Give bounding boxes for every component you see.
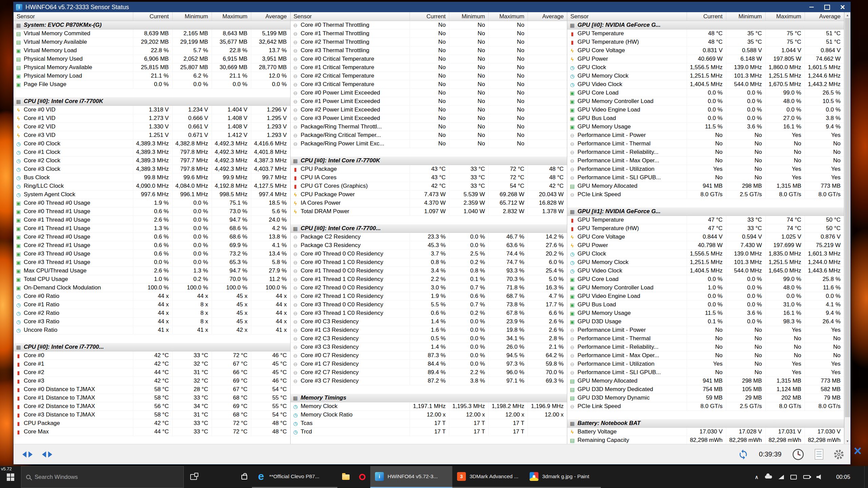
sensor-row[interactable]: ⊖Performance Limit - PowerNoNoYesYes: [567, 326, 844, 334]
column-header-average[interactable]: Average: [528, 12, 567, 21]
sensor-row[interactable]: ⊖Core #3 Thread 0 C0 Residency5.5 %0.7 %…: [291, 301, 567, 309]
sensor-row[interactable]: ▣GPU Memory Controller Load1.0 %0.0 %48.…: [567, 284, 844, 292]
sensor-row[interactable]: ⊖Performance Limit - ThermalNoNoNoNo: [567, 334, 844, 343]
sensor-row[interactable]: ⊖Performance Limit - Max Oper...NoNoNoNo: [567, 351, 844, 360]
sensor-row[interactable]: ▮CPU GT Cores (Graphics)42 °C33 °C54 °C4…: [291, 182, 567, 190]
sensor-row[interactable]: ϟGPU Core Voltage0.844 V0.594 V1.025 V0.…: [567, 233, 844, 241]
desktop-blue-x-icon[interactable]: [854, 443, 862, 459]
sensor-row[interactable]: ▮Core Max44 °C33 °C72 °C48 °C: [14, 428, 290, 436]
column-header-current[interactable]: Current: [133, 12, 172, 21]
scroll-down-icon[interactable]: [845, 438, 850, 444]
sensor-row[interactable]: ▣GPU D3D Usage0.1 %0.0 %98.3 %26.4 %: [567, 318, 844, 326]
sensor-row[interactable]: ◷Core #3 Ratio44 x8 x45 x44 x: [14, 318, 290, 326]
sensor-row[interactable]: ⊖Core #0 Power Limit ExceededNoNoNo: [291, 89, 567, 97]
sensor-row[interactable]: ▮Core #142 °C32 °C67 °C45 °C: [14, 360, 290, 368]
column-header-maximum[interactable]: Maximum: [488, 12, 528, 21]
sensor-row[interactable]: ▣Core #0 Thread #0 Usage1.9 %0.0 %75.1 %…: [14, 199, 290, 207]
sensor-row[interactable]: ◷GPU Memory Clock1,251.5 MHz101.3 MHz1,2…: [567, 72, 844, 80]
sensor-row[interactable]: ▤Remaining Capacity82,298 mWh82,298 mWh8…: [567, 436, 844, 444]
task-view-button[interactable]: [184, 466, 203, 488]
sensor-row[interactable]: ⊖Core #3 Critical TemperatureNoNoNo: [291, 80, 567, 89]
sensor-row[interactable]: ⊖Core #1 Power Limit ExceededNoNoNo: [291, 97, 567, 106]
maximize-button[interactable]: [819, 2, 835, 12]
sensor-row[interactable]: ⊖Core #0 Thread 1 C0 Residency0.8 %0.2 %…: [291, 258, 567, 267]
sensor-row[interactable]: ⊖Package C2 Residency23.3 %0.0 %46.7 %14…: [291, 233, 567, 241]
taskbar-clock[interactable]: 00:05: [829, 474, 858, 480]
sensor-row[interactable]: ⊖Performance Limit - SLI GPUB...NoNoYesY…: [567, 368, 844, 377]
sensor-row[interactable]: ▮GPU Temperature48 °C35 °C75 °C51 °C: [567, 29, 844, 38]
sensor-row[interactable]: ▣GPU Video Engine Load0.0 %0.0 %0.0 %0.0…: [567, 292, 844, 301]
section-header-row[interactable]: ▦GPU [#1]: NVIDIA GeForce G...: [567, 207, 844, 216]
volume-icon[interactable]: [816, 474, 822, 480]
sensor-row[interactable]: ▮Core #3 Distance to TJMAX58 °C31 °C68 °…: [14, 411, 290, 419]
sensor-row[interactable]: ⊖Core #3 Thermal ThrottlingNoNoNo: [291, 46, 567, 55]
onedrive-cloud-icon[interactable]: [765, 475, 772, 479]
sensor-row[interactable]: ◷Bus Clock99.8 MHz99.6 MHz99.9 MHz99.7 M…: [14, 174, 290, 182]
sensor-row[interactable]: ▣Core #3 Thread #0 Usage0.6 %0.0 %73.2 %…: [14, 250, 290, 258]
sensor-row[interactable]: ϟCPU Package Power7.473 W5.539 W69.268 W…: [291, 190, 567, 199]
move-column-left-button[interactable]: [18, 447, 37, 462]
title-bar[interactable]: HWiNFO64 v5.72-3333 Sensor Status: [14, 2, 850, 12]
sensor-row[interactable]: ▮Core #342 °C32 °C69 °C46 °C: [14, 377, 290, 385]
sensor-row[interactable]: ◷Trcd17 T17 T17 T: [291, 428, 567, 436]
taskbar-app-hwinfo[interactable]: iHWiNFO64 v5.72-3...: [370, 466, 452, 488]
sensor-row[interactable]: ◷GPU Clock1,556.5 MHz139.0 MHz1,835.0 MH…: [567, 250, 844, 258]
sensor-row[interactable]: ▮GPU Temperature (HW)48 °C35 °C75 °C51 °…: [567, 38, 844, 46]
sensor-row[interactable]: ⊖Package C3 Residency45.3 %0.0 %63.6 %27…: [291, 241, 567, 250]
sensor-row[interactable]: ▣On-Demand Clock Modulation100.0 %100.0 …: [14, 284, 290, 292]
section-header-row[interactable]: ▦GPU [#0]: NVIDIA GeForce G...: [567, 21, 844, 29]
sensor-row[interactable]: ▮GPU Temperature47 °C33 °C74 °C50 °C: [567, 216, 844, 224]
sensor-row[interactable]: ▣Core #3 Thread #1 Usage0.0 %0.0 %65.3 %…: [14, 258, 290, 267]
sensor-row[interactable]: ▣Total CPU Usage1.0 %0.2 %70.0 %11.2 %: [14, 275, 290, 284]
sensor-row[interactable]: ϟCore #2 VID1.330 V0.661 V1.408 V1.293 V: [14, 123, 290, 131]
sensor-row[interactable]: ⊖Core #2 Thermal ThrottlingNoNoNo: [291, 38, 567, 46]
taskbar-app-edge[interactable]: e**Official Clevo P87...: [252, 466, 337, 488]
column-header-maximum[interactable]: Maximum: [212, 12, 251, 21]
sensor-row[interactable]: ◷Memory Clock1,197.1 MHz1,195.3 MHz1,198…: [291, 402, 567, 411]
taskbar-search[interactable]: [21, 466, 184, 488]
sensor-row[interactable]: ⊖Core #1 Critical TemperatureNoNoNo: [291, 63, 567, 72]
sensor-row[interactable]: ⊖Core #2 Thread 1 C0 Residency1.9 %0.6 %…: [291, 292, 567, 301]
sensor-row[interactable]: ⊖Core #1 Thermal ThrottlingNoNoNo: [291, 29, 567, 38]
sensor-row[interactable]: ▤Physical Memory Available25,815 MB25,80…: [14, 63, 290, 72]
sensor-row[interactable]: ⊖Core #0 Thermal ThrottlingNoNoNo: [291, 21, 567, 29]
tray-app-icon[interactable]: [790, 475, 797, 480]
minimize-button[interactable]: [804, 2, 819, 12]
taskbar-app-opera[interactable]: [354, 466, 370, 488]
sensor-row[interactable]: ⊖Core #0 C3 Residency1.4 %0.0 %23.9 %2.6…: [291, 318, 567, 326]
sensor-row[interactable]: ▮Core #042 °C33 °C72 °C46 °C: [14, 351, 290, 360]
taskbar-app-folder[interactable]: [337, 466, 354, 488]
sensor-row[interactable]: ⊖Core #2 Critical TemperatureNoNoNo: [291, 72, 567, 80]
close-button[interactable]: [835, 2, 850, 12]
sensor-row[interactable]: ◷System Agent Clock997.6 MHz996.1 MHz998…: [14, 190, 290, 199]
sensor-row[interactable]: ⊖Performance Limit - ThermalNoNoNoNo: [567, 140, 844, 148]
sensor-row[interactable]: ⊖Package/Ring Power Limit Exc...NoNoNo: [291, 140, 567, 148]
sensor-row[interactable]: ⊖Performance Limit - Reliability...NoNoN…: [567, 148, 844, 157]
sensor-row[interactable]: ⊖Core #1 Thread 0 C0 Residency3.4 %0.8 %…: [291, 267, 567, 275]
section-header-row[interactable]: ▦CPU [#0]: Intel Core i7-7700K: [291, 157, 567, 165]
sensor-row[interactable]: ◷Core #1 Ratio44 x8 x45 x44 x: [14, 301, 290, 309]
sensor-row[interactable]: ⊖Performance Limit - SLI GPUB...NoNoYesY…: [567, 174, 844, 182]
sensor-row[interactable]: ◷Tcas17 T17 T17 T: [291, 419, 567, 428]
sensor-row[interactable]: ▮CPU IA Cores43 °C33 °C72 °C48 °C: [291, 174, 567, 182]
sensor-row[interactable]: ⊖Core #1 Thread 1 C0 Residency2.2 %0.1 %…: [291, 275, 567, 284]
taskbar-app-3dmark[interactable]: 33DMark Advanced ...: [452, 466, 525, 488]
sensor-row[interactable]: ⊖Core #2 Thread 0 C0 Residency3.0 %0.7 %…: [291, 284, 567, 292]
sensor-row[interactable]: ▤Physical Memory Used6,906 MB2,052 MB6,9…: [14, 55, 290, 63]
column-header-average[interactable]: Average: [251, 12, 290, 21]
column-header-sensor[interactable]: Sensor: [567, 12, 687, 21]
column-header-minimum[interactable]: Minimum: [449, 12, 488, 21]
clock-icon[interactable]: [792, 448, 805, 461]
sensor-row[interactable]: ▣Max CPU/Thread Usage2.6 %1.3 %94.7 %27.…: [14, 267, 290, 275]
sensor-row[interactable]: ▮Core #2 Distance to TJMAX56 °C34 °C69 °…: [14, 402, 290, 411]
taskbar-app-store[interactable]: [237, 466, 252, 488]
sensor-row[interactable]: ⊖Core #3 Power Limit ExceededNoNoNo: [291, 114, 567, 123]
sensor-row[interactable]: ▤GPU Memory Allocated941 MB298 MB1,315 M…: [567, 182, 844, 190]
sensor-row[interactable]: ◷GPU Video Clock1,404.5 MHz544.0 MHz1,67…: [567, 80, 844, 89]
section-header-row[interactable]: ▦CPU [#0]: Intel Core i7-7700...: [291, 224, 567, 233]
sensor-row[interactable]: ▣Page File Usage0.0 %0.0 %0.0 %0.0 %: [14, 80, 290, 89]
sensor-row[interactable]: ϟGPU Power40.669 W6.148 W197.805 W74.662…: [567, 55, 844, 63]
sensor-row[interactable]: ϟCore #0 VID1.318 V1.234 V1.404 V1.296 V: [14, 106, 290, 114]
settings-gear-icon[interactable]: [833, 449, 844, 460]
sensor-row[interactable]: ▣Physical Memory Load21.1 %6.2 %21.1 %12…: [14, 72, 290, 80]
